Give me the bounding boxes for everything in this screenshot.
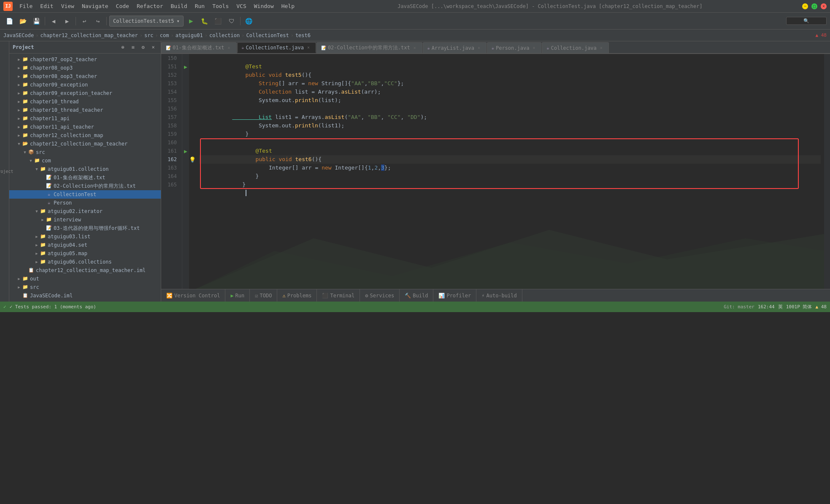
- new-file-button[interactable]: 📄: [3, 15, 15, 27]
- expand-icon[interactable]: ▶: [40, 217, 46, 223]
- breadcrumb-atguigu[interactable]: atguigu01: [176, 32, 203, 38]
- tree-item-chapter11[interactable]: ▶ 📁 chapter11_api: [9, 114, 161, 123]
- code-line-155[interactable]: [199, 96, 821, 105]
- menu-code[interactable]: Code: [113, 2, 132, 10]
- expand-icon[interactable]: ▶: [16, 116, 22, 121]
- open-button[interactable]: 📂: [17, 15, 29, 27]
- code-line-156[interactable]: List list1 = Arrays.asList("AA", "BB", "…: [199, 105, 821, 113]
- menu-build[interactable]: Build: [168, 2, 191, 10]
- breadcrumb-collection[interactable]: collection: [209, 32, 240, 38]
- tab-close-btn[interactable]: ×: [476, 45, 482, 51]
- version-control-strip[interactable]: Project: [0, 41, 9, 302]
- sidebar-close-btn[interactable]: ×: [149, 43, 157, 51]
- tree-item-chapter09t[interactable]: ▶ 📁 chapter09_exception_teacher: [9, 89, 161, 97]
- expand-icon[interactable]: ▼: [28, 158, 34, 164]
- code-line-158[interactable]: }: [199, 121, 821, 130]
- breadcrumb-com[interactable]: com: [160, 32, 169, 38]
- tab-autobuild[interactable]: ⚡ Auto-build: [476, 289, 522, 302]
- code-line-162[interactable]: Integer[] arr = new Integer[]{1,2,3};: [199, 155, 821, 164]
- run-button[interactable]: ▶: [185, 15, 197, 27]
- tab-close-btn[interactable]: ×: [598, 45, 604, 51]
- stop-button[interactable]: ⬛: [212, 15, 224, 27]
- translate-button[interactable]: 🌐: [243, 15, 255, 27]
- scrollbar-area[interactable]: [824, 54, 830, 289]
- code-line-163[interactable]: }: [199, 164, 821, 172]
- tree-item-person[interactable]: ☕ Person: [9, 199, 161, 207]
- encoding-indicator[interactable]: 英: [778, 304, 783, 310]
- tab-profiler[interactable]: 📊 Profiler: [433, 289, 476, 302]
- tab-collection[interactable]: ☕ Collection.java ×: [542, 42, 608, 53]
- tree-item-src[interactable]: ▼ 📦 src: [9, 148, 161, 156]
- tab-arraylist[interactable]: ☕ ArrayList.java ×: [423, 42, 487, 53]
- tab-txt02[interactable]: 📝 02-Collection中的常用方法.txt ×: [316, 42, 422, 53]
- tree-item-txt01[interactable]: 📝 01-集合框架概述.txt: [9, 173, 161, 182]
- tab-close-btn[interactable]: ×: [531, 45, 537, 51]
- redo-button[interactable]: ↪: [92, 15, 104, 27]
- breadcrumb-src[interactable]: src: [144, 32, 154, 38]
- tree-item-chapter07[interactable]: ▶ 📁 chapter07_oop2_teacher: [9, 55, 161, 64]
- expand-icon[interactable]: ▶: [16, 99, 22, 105]
- undo-button[interactable]: ↩: [78, 15, 90, 27]
- tab-todo[interactable]: ☑ TODO: [250, 289, 277, 302]
- code-line-165[interactable]: [199, 181, 821, 189]
- forward-button[interactable]: ▶: [61, 15, 73, 27]
- tree-item-txt02[interactable]: 📝 02-Collection中的常用方法.txt: [9, 182, 161, 190]
- back-button[interactable]: ◀: [48, 15, 59, 27]
- breadcrumb-collectiontest[interactable]: CollectionTest: [246, 32, 289, 38]
- coverage-button[interactable]: 🛡: [226, 15, 238, 27]
- tree-item-chapter10[interactable]: ▶ 📁 chapter10_thread: [9, 97, 161, 106]
- tab-close-btn[interactable]: ×: [412, 45, 418, 51]
- tree-item-atguigu01[interactable]: ▼ 📁 atguigu01.collection: [9, 165, 161, 173]
- expand-icon[interactable]: ▶: [34, 242, 40, 248]
- code-line-157[interactable]: System.out.println(list1);: [199, 113, 821, 121]
- indent-indicator[interactable]: 1001P 简体: [786, 304, 812, 310]
- tree-item-txt03[interactable]: 📝 03-迭代器的使用与增强for循环.txt: [9, 224, 161, 232]
- expand-icon[interactable]: ▶: [16, 57, 22, 62]
- code-line-164[interactable]: }: [199, 172, 821, 181]
- save-button[interactable]: 💾: [30, 15, 42, 27]
- tab-services[interactable]: ⚙ Services: [360, 289, 400, 302]
- minimize-button[interactable]: −: [802, 3, 808, 9]
- code-line-151[interactable]: public void test5(){: [199, 62, 821, 71]
- tree-item-chapter11t[interactable]: ▶ 📁 chapter11_api_teacher: [9, 123, 161, 131]
- tree-item-atguigu03[interactable]: ▶ 📁 atguigu03.list: [9, 232, 161, 241]
- code-line-161[interactable]: public void test6(){: [199, 147, 821, 155]
- tree-item-chapter12t[interactable]: ▼ 📂 chapter12_collection_map_teacher: [9, 140, 161, 148]
- tab-txt01[interactable]: 📝 01-集合框架概述.txt ×: [161, 42, 237, 53]
- breadcrumb-javasecode[interactable]: JavaSECode: [3, 32, 34, 38]
- tab-version-control[interactable]: 🔀 Version Control: [161, 289, 225, 302]
- tree-item-interview[interactable]: ▶ 📁 interview: [9, 216, 161, 224]
- tab-collectiontest[interactable]: ☕ CollectionTest.java ×: [237, 42, 316, 53]
- expand-icon[interactable]: ▶: [16, 65, 22, 71]
- code-line-154[interactable]: System.out.println(list);: [199, 88, 821, 96]
- tree-item-src2[interactable]: ▶ 📁 src: [9, 283, 161, 291]
- expand-icon[interactable]: ▶: [16, 90, 22, 96]
- sidebar-sync-btn[interactable]: ⊕: [119, 43, 127, 51]
- tree-item-chapter10t[interactable]: ▶ 📁 chapter10_thread_teacher: [9, 106, 161, 114]
- expand-icon[interactable]: ▼: [34, 166, 40, 172]
- code-editor[interactable]: 150 151 152 153 154 155 156 157 158 159 …: [161, 54, 830, 289]
- sidebar-gear-btn[interactable]: ⚙: [139, 43, 147, 51]
- menu-refactor[interactable]: Refactor: [133, 2, 167, 10]
- tree-item-iml[interactable]: 📋 chapter12_collection_map_teacher.iml: [9, 266, 161, 275]
- expand-icon[interactable]: ▶: [16, 284, 22, 290]
- menu-vcs[interactable]: VCS: [233, 2, 249, 10]
- menu-view[interactable]: View: [58, 2, 78, 10]
- run-gutter-151[interactable]: ▶: [182, 62, 189, 71]
- tree-item-javasecode-iml[interactable]: 📋 JavaSECode.iml: [9, 291, 161, 300]
- tab-person[interactable]: ☕ Person.java ×: [487, 42, 542, 53]
- tab-terminal[interactable]: ⬛ Terminal: [317, 289, 360, 302]
- tree-item-chapter09[interactable]: ▶ 📁 chapter09_exception: [9, 81, 161, 89]
- warn-162[interactable]: 💡: [189, 155, 196, 164]
- position-indicator[interactable]: 162:44: [758, 304, 775, 310]
- expand-icon[interactable]: ▶: [16, 73, 22, 79]
- menu-navigate[interactable]: Navigate: [78, 2, 112, 10]
- debug-button[interactable]: 🐛: [199, 15, 211, 27]
- git-branch[interactable]: Git: master: [724, 304, 754, 310]
- tree-item-chapter08t[interactable]: ▶ 📁 chapter08_oop3_teacher: [9, 72, 161, 81]
- code-line-160[interactable]: @Test: [199, 138, 821, 147]
- expand-icon[interactable]: ▼: [22, 149, 28, 155]
- menu-tools[interactable]: Tools: [209, 2, 232, 10]
- menu-file[interactable]: File: [16, 2, 36, 10]
- menu-edit[interactable]: Edit: [37, 2, 57, 10]
